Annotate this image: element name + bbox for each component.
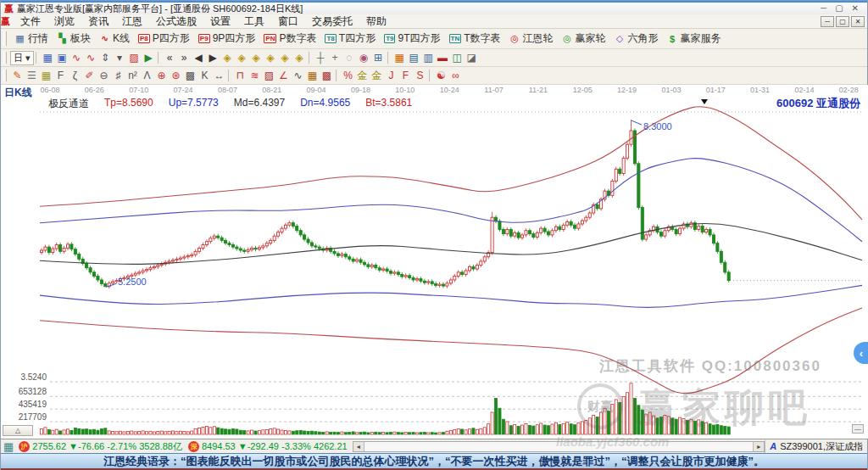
p9-square-button[interactable]: P99P四方形 bbox=[194, 31, 259, 48]
target-circle-button[interactable]: ⊕ bbox=[154, 69, 169, 83]
mdi-restore-button[interactable]: ▢ bbox=[836, 16, 849, 27]
period-selector[interactable]: 日 ▾ bbox=[10, 51, 34, 65]
hand-tool-button[interactable]: ┼ bbox=[314, 51, 328, 65]
index-name-label[interactable]: SZ399001,深证成指 bbox=[780, 440, 863, 453]
layout-button[interactable]: ▣ bbox=[55, 51, 70, 65]
t-square-button[interactable]: T8T四方形 bbox=[320, 31, 380, 48]
gann-arrow-6-button[interactable]: ◈ bbox=[292, 51, 307, 65]
menu-item-3[interactable]: 江恩 bbox=[115, 14, 149, 29]
menu-item-4[interactable]: 公式选股 bbox=[149, 14, 203, 29]
gold-section-button[interactable]: 金 bbox=[355, 69, 370, 83]
fib-f-button[interactable]: F bbox=[53, 69, 68, 83]
scroll-track[interactable] bbox=[364, 442, 754, 451]
hexagon-button[interactable]: ◇六角形 bbox=[610, 31, 663, 48]
p-square-button[interactable]: P8P四方形 bbox=[134, 31, 194, 48]
menu-item-6[interactable]: 工具 bbox=[237, 14, 271, 29]
n2-tool-button[interactable]: n² bbox=[125, 69, 140, 83]
shade-grid-button[interactable]: ▨ bbox=[262, 69, 276, 83]
pane-expand-button[interactable]: △ bbox=[3, 425, 33, 436]
fan-lines-button[interactable]: ≋ bbox=[248, 69, 262, 83]
grid-dense-button[interactable]: ▩ bbox=[183, 69, 198, 83]
sectors-button[interactable]: ▚板块 bbox=[53, 31, 95, 48]
menu-item-0[interactable]: 文件 bbox=[14, 14, 47, 29]
menu-item-8[interactable]: 交易委托 bbox=[305, 14, 359, 29]
nav-next-button[interactable]: ▶ bbox=[206, 51, 220, 65]
spiral-button[interactable]: ζ bbox=[68, 69, 82, 83]
gann-arrow-5-button[interactable]: ◈ bbox=[278, 51, 292, 65]
gann-wheel-button[interactable]: ◎江恩轮 bbox=[505, 31, 558, 48]
horizontal-scrollbar[interactable]: ◂ ▸ bbox=[353, 441, 765, 452]
wave-tool-button[interactable]: ∿ bbox=[291, 69, 305, 83]
trend-line2-button[interactable]: ∿ bbox=[84, 51, 98, 65]
sh-index-quote[interactable]: 2755.62 ▼-76.66 -2.71% 3528.88亿 bbox=[32, 440, 182, 453]
t-number-button[interactable]: TNT数字表 bbox=[445, 31, 505, 48]
mdi-close-button[interactable]: ✕ bbox=[851, 16, 865, 27]
close-button[interactable]: ✕ bbox=[852, 3, 859, 14]
mdi-minimize-button[interactable]: ─ bbox=[821, 16, 834, 27]
angle-tool-button[interactable]: Λ bbox=[140, 69, 154, 83]
vertical-slider-button[interactable]: ⇕ bbox=[98, 51, 113, 65]
service-button[interactable]: $赢家服务 bbox=[663, 31, 726, 48]
angle-lines-button[interactable]: ∠ bbox=[276, 69, 291, 83]
sz-index-quote[interactable]: 8494.53 ▼-292.49 -3.33% 4262.21 bbox=[202, 441, 348, 451]
hash-tool-button[interactable]: ♯ bbox=[111, 69, 125, 83]
market-grid-icon[interactable]: ▦ bbox=[3, 440, 14, 453]
draw-pencil-button[interactable]: ✎ bbox=[10, 69, 25, 83]
gann-arrow-4-button[interactable]: ◈ bbox=[264, 51, 278, 65]
f-angle-button[interactable]: F bbox=[398, 69, 413, 83]
p-number-button[interactable]: PNP数字表 bbox=[259, 31, 320, 48]
minimize-button[interactable]: ─ bbox=[821, 3, 826, 14]
gold-grid-button[interactable]: ▦ bbox=[305, 69, 320, 83]
chart-style-button[interactable]: ▦ bbox=[41, 51, 55, 65]
calculator-button[interactable]: ▤ bbox=[407, 51, 421, 65]
save-layout-button[interactable]: ▥ bbox=[421, 51, 436, 65]
index-chart-icon[interactable]: A bbox=[770, 441, 776, 451]
dropdown-button[interactable]: ▾ bbox=[113, 51, 127, 65]
toolbar-grip[interactable] bbox=[3, 70, 7, 81]
pattern-button[interactable]: ▨ bbox=[127, 51, 142, 65]
j-angle-button[interactable]: J bbox=[384, 69, 398, 83]
kline-canvas[interactable] bbox=[1, 85, 868, 439]
menu-item-7[interactable]: 窗口 bbox=[271, 14, 305, 29]
scroll-left-arrow[interactable]: ◂ bbox=[353, 442, 364, 451]
frame-tool-button[interactable]: ⊓ bbox=[233, 69, 248, 83]
s-angle-button[interactable]: S bbox=[413, 69, 427, 83]
toolbar-grip[interactable] bbox=[3, 31, 7, 45]
gann-grid-button[interactable]: ▦ bbox=[39, 69, 53, 83]
refresh-button[interactable]: ◪ bbox=[465, 51, 479, 65]
toolbar-grip[interactable] bbox=[3, 52, 7, 64]
crosshair-button[interactable]: + bbox=[328, 51, 342, 65]
menu-item-5[interactable]: 设置 bbox=[203, 14, 237, 29]
winner-wheel-button[interactable]: ◎赢家轮 bbox=[558, 31, 610, 48]
nav-prev-button[interactable]: ◀ bbox=[192, 51, 206, 65]
maximize-button[interactable]: ▢ bbox=[835, 3, 843, 14]
k-angle-button[interactable]: K bbox=[198, 69, 212, 83]
calendar-button[interactable]: ▦ bbox=[392, 51, 407, 65]
menu-item-2[interactable]: 资讯 bbox=[81, 14, 115, 29]
gann-arrow-1-button[interactable]: ◈ bbox=[220, 51, 235, 65]
draw-marker-button[interactable]: ✐ bbox=[82, 69, 97, 83]
nav-last-button[interactable]: » bbox=[177, 51, 192, 65]
kline-button[interactable]: ∿K线 bbox=[95, 31, 134, 48]
quotes-button[interactable]: ▦行情 bbox=[10, 31, 53, 48]
taichi-button[interactable]: ☯ bbox=[434, 69, 448, 83]
sh-index-icon[interactable]: 沪 bbox=[19, 441, 30, 452]
gann-arrow-2-button[interactable]: ◈ bbox=[235, 51, 249, 65]
chart-area[interactable]: 日K线 06-0806-2607-1007-2408-0708-2109-040… bbox=[1, 85, 868, 439]
draw-hatch-button[interactable]: ☰ bbox=[25, 69, 39, 83]
flag-button[interactable]: ▶ bbox=[142, 51, 156, 65]
percent-button[interactable]: % bbox=[341, 69, 355, 83]
gold-section2-button[interactable]: 金 bbox=[370, 69, 384, 83]
menu-item-1[interactable]: 浏览 bbox=[47, 14, 81, 29]
circle-tool-button[interactable]: ⊖ bbox=[97, 69, 111, 83]
t9-square-button[interactable]: T99T四方形 bbox=[380, 31, 444, 48]
infinity-button[interactable]: ∞ bbox=[448, 69, 463, 83]
scroll-right-arrow[interactable]: ▸ bbox=[753, 442, 764, 451]
trend-line-button[interactable]: ∿ bbox=[70, 51, 84, 65]
dense-grid-button[interactable]: ▩ bbox=[320, 69, 334, 83]
save-button[interactable]: ▬ bbox=[436, 51, 450, 65]
star-burst-button[interactable]: ⊛ bbox=[169, 69, 183, 83]
sz-index-icon[interactable]: 深 bbox=[188, 441, 199, 452]
rotate-tool-button[interactable]: ◉ bbox=[357, 51, 371, 65]
volume-pane-minimize-button[interactable]: — bbox=[852, 424, 864, 434]
